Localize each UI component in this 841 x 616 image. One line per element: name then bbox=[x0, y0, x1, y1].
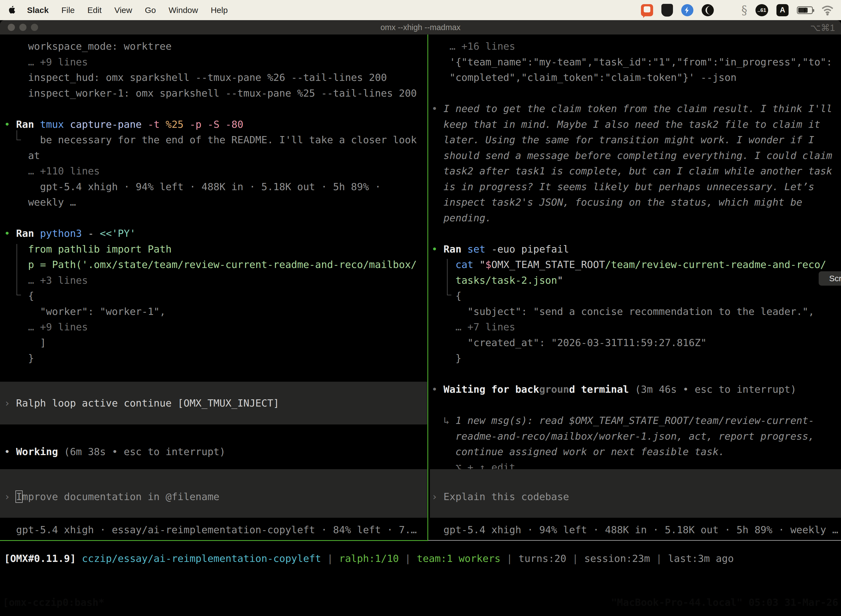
text-segment: | bbox=[321, 553, 339, 564]
terminal-line: • I need to get the claim token from the… bbox=[432, 101, 841, 117]
text-segment: • bbox=[4, 228, 16, 239]
terminal-line: pending. bbox=[432, 210, 841, 226]
terminal-line: [OMX#0.11.9] cczip/essay/ai-reimplementa… bbox=[4, 551, 841, 567]
screen-tooltip: Scre bbox=[819, 271, 841, 286]
tree-connector-line bbox=[16, 244, 21, 295]
menu-item-help[interactable]: Help bbox=[211, 6, 228, 15]
menu-item-window[interactable]: Window bbox=[168, 6, 198, 15]
apple-menu-icon[interactable] bbox=[7, 5, 16, 16]
text-segment: … +16 lines bbox=[432, 41, 515, 52]
tmux-session-window[interactable]: [omx-cczip0:bash* bbox=[3, 597, 104, 608]
terminal-line: at bbox=[4, 148, 427, 164]
minimize-button[interactable] bbox=[19, 24, 26, 31]
squiggle-icon[interactable]: § bbox=[741, 3, 747, 17]
terminal-line bbox=[432, 226, 841, 242]
shield-icon[interactable] bbox=[661, 4, 673, 16]
menu-item-edit[interactable]: Edit bbox=[88, 6, 102, 15]
text-segment: tmux bbox=[40, 119, 70, 130]
badge-icon[interactable]: ..61 bbox=[756, 4, 768, 16]
terminal-line: • Ran set -euo pipefail bbox=[432, 242, 841, 257]
text-segment: pending. bbox=[432, 212, 491, 224]
text-segment: I bbox=[15, 490, 23, 503]
text-segment: session:23m bbox=[584, 553, 650, 564]
text-segment: last:3m ago bbox=[668, 553, 734, 564]
menu-item-app[interactable]: Slack bbox=[27, 6, 48, 15]
text-segment: { bbox=[432, 290, 462, 301]
text-segment: " bbox=[557, 274, 563, 286]
terminal-line: inspect task2's JSON, focusing on the st… bbox=[432, 195, 841, 210]
text-segment: groun bbox=[539, 384, 569, 395]
terminal-line: "subject": "send a concise recommendatio… bbox=[432, 304, 841, 320]
prompt-input-left[interactable]: › Improve documentation in @filename bbox=[0, 469, 427, 518]
tree-connector-line bbox=[16, 130, 21, 140]
tree-connector-line bbox=[447, 259, 451, 295]
terminal-line: • Waiting for background terminal (3m 46… bbox=[432, 382, 841, 397]
text-segment: Ralph loop active continue [OMX_TMUX_INJ… bbox=[16, 397, 279, 409]
tmux-status-bar: [omx-cczip0:bash* "MacBook-Pro-44.local"… bbox=[0, 594, 841, 610]
terminal-line: … +3 lines bbox=[4, 273, 427, 288]
terminal-line: inspect_worker-1: omx sparkshell --tmux-… bbox=[4, 85, 427, 101]
bolt-icon[interactable] bbox=[681, 4, 693, 16]
text-segment: cczip/essay/ai-reimplementation-copyleft bbox=[82, 553, 321, 564]
text-segment: d terminal bbox=[569, 384, 635, 395]
text-segment: | bbox=[650, 553, 668, 564]
chat-icon[interactable] bbox=[641, 4, 653, 16]
terminal-line: later. Using the same for transition mig… bbox=[432, 132, 841, 148]
tmux-host-clock: "MacBook-Pro-44.local" 05:03 31-Mar-26 bbox=[611, 597, 838, 608]
terminal-line bbox=[4, 210, 427, 226]
ralph-loop-status-text: › Ralph loop active continue [OMX_TMUX_I… bbox=[0, 382, 427, 411]
terminal-line: p = Path('.omx/state/team/review-current… bbox=[4, 257, 427, 273]
terminal-line: "completed","claim_token":"claim-token"}… bbox=[432, 70, 841, 85]
text-segment: inspect_worker-1: omx sparkshell --tmux-… bbox=[4, 88, 417, 99]
text-segment: Ran bbox=[443, 243, 467, 255]
menu-item-file[interactable]: File bbox=[61, 6, 75, 15]
text-segment: " bbox=[479, 259, 485, 270]
zoom-button[interactable] bbox=[31, 24, 38, 31]
text-segment: inspect_hud: omx sparkshell --tmux-pane … bbox=[4, 72, 387, 83]
menu-item-go[interactable]: Go bbox=[145, 6, 156, 15]
pane-divider[interactable] bbox=[428, 35, 428, 541]
terminal-line: "worker": "worker-1", bbox=[4, 304, 427, 320]
text-segment: Ran bbox=[16, 228, 40, 239]
text-segment: /team/review-current-readme-and-reco/ bbox=[605, 259, 826, 270]
right-terminal-pane[interactable]: … +16 lines '{"team_name":"my-team","tas… bbox=[430, 39, 841, 538]
text-segment: | bbox=[399, 553, 417, 564]
text-segment: "subject": "send a concise recommendatio… bbox=[432, 306, 814, 317]
wifi-icon[interactable] bbox=[821, 5, 834, 16]
terminal-line: … +110 lines bbox=[4, 163, 427, 179]
left-terminal-pane[interactable]: workspace_mode: worktree … +9 lines insp… bbox=[0, 39, 427, 538]
terminal-line: be necessary for the end of the README. … bbox=[4, 132, 427, 148]
menu-item-view[interactable]: View bbox=[114, 6, 132, 15]
text-segment: … +9 lines bbox=[4, 321, 88, 333]
prompt-input-right-text[interactable]: › Explain this codebase bbox=[430, 469, 841, 505]
a-icon[interactable]: A bbox=[777, 4, 788, 16]
text-segment: should send a message before completing … bbox=[432, 150, 832, 161]
terminal-line: ↳ 1 new msg(s): read $OMX_TEAM_STATE_ROO… bbox=[432, 413, 841, 428]
text-segment: › bbox=[4, 491, 16, 502]
text-segment: readme-and-reco/mailbox/worker-1.json, a… bbox=[432, 431, 814, 442]
text-segment: $ bbox=[485, 259, 491, 270]
prompt-input-right[interactable]: › Explain this codebase bbox=[430, 469, 841, 518]
text-segment: from pathlib import Path bbox=[4, 243, 171, 255]
terminal-line bbox=[432, 397, 841, 413]
text-segment: workspace_mode: worktree bbox=[4, 41, 171, 52]
ralph-loop-status-band: › Ralph loop active continue [OMX_TMUX_I… bbox=[0, 382, 427, 424]
terminal-line: ] bbox=[4, 335, 427, 351]
text-segment: -t bbox=[148, 119, 166, 130]
close-button[interactable] bbox=[8, 24, 15, 31]
terminal-line: readme-and-reco/mailbox/worker-1.json, a… bbox=[432, 428, 841, 444]
terminal-line: } bbox=[4, 351, 427, 366]
text-segment: set bbox=[467, 243, 491, 255]
moon-icon[interactable] bbox=[702, 4, 714, 16]
text-segment: ] bbox=[4, 337, 46, 348]
battery-icon[interactable] bbox=[797, 6, 813, 14]
prompt-input-left-text[interactable]: › Improve documentation in @filename bbox=[0, 469, 427, 505]
window-title-bar[interactable]: omx --xhigh --madmax ⌥⌘1 bbox=[0, 20, 841, 35]
text-segment: is in progress? It seems likely but perh… bbox=[432, 181, 814, 192]
terminal-line: gpt-5.4 xhigh · 94% left · 488K in · 5.1… bbox=[432, 522, 841, 538]
text-segment: › bbox=[432, 491, 443, 502]
dots-grid-icon[interactable] bbox=[722, 5, 733, 16]
text-segment: … +9 lines bbox=[4, 56, 88, 67]
terminal-line: workspace_mode: worktree bbox=[4, 39, 427, 54]
text-segment: gpt-5.4 xhigh · 94% left · 488K in · 5.1… bbox=[4, 181, 381, 192]
